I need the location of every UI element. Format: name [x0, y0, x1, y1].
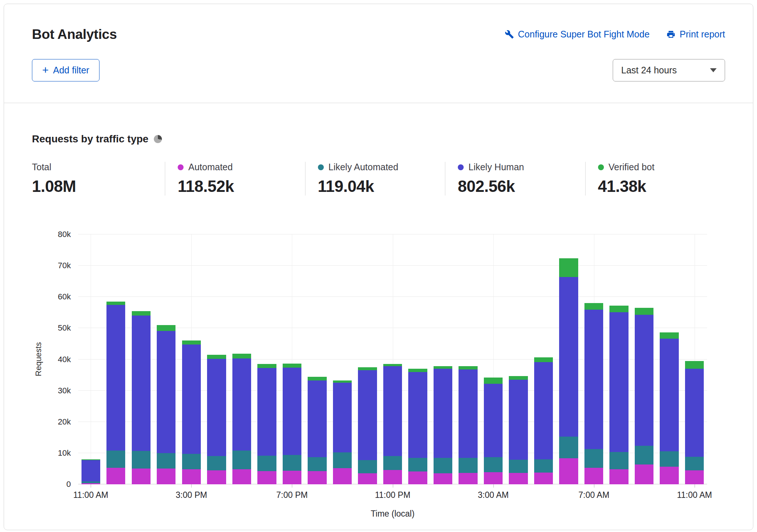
- print-link-label: Print report: [680, 29, 725, 40]
- y-tick-label: 40k: [58, 355, 71, 364]
- x-tick-label: 7:00 AM: [578, 490, 609, 500]
- stat-verified-bot-value: 41.38k: [598, 177, 725, 196]
- stat-likely-automated-value: 119.04k: [318, 177, 445, 196]
- bar-segment-verified-bot: [484, 378, 503, 384]
- bar-segment-likely-human: [82, 460, 100, 481]
- bar-segment-automated: [182, 469, 201, 484]
- section-title: Requests by traffic type: [32, 133, 725, 145]
- x-tick-label: 11:00 PM: [375, 490, 410, 500]
- print-report-link[interactable]: Print report: [666, 29, 725, 40]
- bar-slot: [154, 234, 179, 484]
- bar-segment-automated: [257, 471, 276, 484]
- bar-segment-likely-automated: [333, 452, 352, 468]
- bar-segment-verified-bot: [685, 361, 704, 369]
- stat-likely-human-value: 802.56k: [458, 177, 585, 196]
- bar-segment-likely-automated: [609, 452, 628, 469]
- bar-segment-verified-bot: [106, 302, 125, 305]
- requests-chart: Requests 010k20k30k40k50k60k70k80k 11:00…: [32, 234, 725, 528]
- stat-likely-automated: Likely Automated 119.04k: [305, 162, 445, 196]
- bar-slot: [330, 234, 355, 484]
- stacked-bar: [257, 364, 276, 484]
- bar-segment-automated: [283, 471, 301, 484]
- stacked-bar: [559, 258, 578, 484]
- bar-slot: [128, 234, 154, 484]
- bar-segment-automated: [358, 473, 377, 484]
- bar-segment-likely-human: [408, 372, 427, 458]
- automated-dot-icon: [178, 164, 184, 170]
- stat-total-value: 1.08M: [32, 177, 165, 196]
- bar-segment-likely-human: [132, 316, 151, 451]
- x-tick-mark: [393, 484, 393, 488]
- bar-segment-automated: [157, 469, 175, 484]
- bar-segment-likely-human: [609, 312, 628, 452]
- bar-segment-automated: [635, 464, 653, 484]
- stacked-bar: [685, 361, 704, 484]
- stacked-bar: [509, 376, 528, 484]
- page-title: Bot Analytics: [32, 27, 117, 42]
- bar-segment-automated: [434, 473, 452, 484]
- bar-segment-automated: [333, 468, 352, 484]
- bar-segment-likely-human: [106, 305, 125, 451]
- stat-verified-bot-label: Verified bot: [609, 162, 655, 172]
- bar-slot: [355, 234, 380, 484]
- bar-slot: [254, 234, 280, 484]
- bar-segment-likely-human: [459, 369, 477, 458]
- card-header: Bot Analytics Configure Super Bot Fight …: [4, 4, 753, 103]
- bars-container: [78, 234, 707, 484]
- bar-segment-likely-human: [207, 359, 226, 456]
- bar-segment-likely-human: [308, 380, 326, 457]
- bar-segment-likely-automated: [283, 455, 301, 471]
- stat-likely-automated-label: Likely Automated: [329, 162, 398, 172]
- bar-segment-automated: [584, 468, 603, 484]
- stacked-bar: [660, 332, 678, 484]
- stacked-bar: [106, 302, 125, 484]
- bar-segment-likely-human: [232, 358, 251, 451]
- stacked-bar: [609, 306, 628, 484]
- bar-segment-likely-automated: [182, 454, 201, 470]
- bar-segment-likely-automated: [383, 456, 402, 470]
- bar-segment-automated: [408, 471, 427, 484]
- bar-segment-verified-bot: [182, 340, 201, 345]
- bar-segment-likely-automated: [257, 456, 276, 471]
- bar-slot: [456, 234, 481, 484]
- likely-automated-dot-icon: [318, 164, 324, 170]
- configure-super-bot-fight-mode-link[interactable]: Configure Super Bot Fight Mode: [505, 29, 650, 40]
- stat-automated-value: 118.52k: [178, 177, 305, 196]
- bar-segment-automated: [308, 471, 326, 484]
- bar-segment-likely-automated: [534, 459, 553, 473]
- chevron-down-icon: [710, 68, 717, 72]
- stacked-bar: [484, 378, 503, 484]
- time-range-select[interactable]: Last 24 hours: [613, 59, 725, 81]
- x-tick-mark: [594, 484, 594, 488]
- bar-slot: [506, 234, 531, 484]
- x-tick-label: 7:00 PM: [276, 490, 308, 500]
- bar-segment-likely-automated: [559, 437, 578, 459]
- bar-segment-verified-bot: [609, 306, 628, 312]
- bar-segment-likely-human: [484, 384, 503, 457]
- stacked-bar: [534, 357, 553, 484]
- y-tick-label: 60k: [58, 292, 71, 302]
- bar-segment-verified-bot: [434, 366, 452, 369]
- bar-segment-verified-bot: [509, 376, 528, 380]
- bar-segment-verified-bot: [308, 377, 326, 380]
- bar-segment-automated: [534, 473, 553, 484]
- bar-segment-likely-automated: [207, 456, 226, 470]
- x-tick-mark: [695, 484, 695, 488]
- bar-segment-likely-human: [383, 366, 402, 456]
- x-tick-label: 3:00 AM: [478, 490, 508, 500]
- bot-analytics-card: Bot Analytics Configure Super Bot Fight …: [4, 4, 753, 530]
- bar-segment-likely-human: [660, 339, 678, 451]
- stacked-bar: [584, 303, 603, 484]
- add-filter-button[interactable]: + Add filter: [32, 59, 99, 81]
- printer-icon: [666, 30, 675, 39]
- add-filter-label: Add filter: [53, 65, 90, 76]
- stat-total-label: Total: [32, 162, 51, 172]
- bar-segment-likely-automated: [509, 460, 528, 473]
- bar-segment-likely-human: [358, 370, 377, 460]
- bar-segment-likely-automated: [459, 458, 477, 473]
- stacked-bar: [182, 340, 201, 484]
- bar-slot: [556, 234, 582, 484]
- x-axis-tick-labels: 11:00 AM3:00 PM7:00 PM11:00 PM3:00 AM7:0…: [78, 490, 707, 501]
- bar-segment-automated: [106, 468, 125, 484]
- bar-segment-verified-bot: [132, 311, 151, 316]
